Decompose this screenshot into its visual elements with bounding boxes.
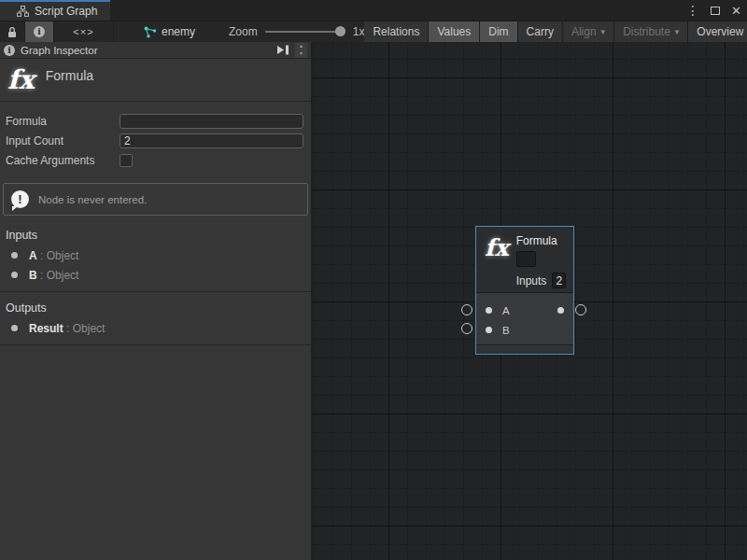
- unit-title: Formula: [46, 68, 93, 83]
- input-count-label: Input Count: [6, 134, 120, 147]
- port-name: A: [29, 249, 37, 262]
- zoom-slider-handle[interactable]: [335, 26, 345, 36]
- port-sep: :: [40, 269, 43, 282]
- info-icon: i: [34, 26, 45, 37]
- toolbar-button-values[interactable]: Values: [429, 21, 480, 42]
- external-port-b-socket[interactable]: [461, 323, 472, 334]
- warning-box: ! Node is never entered.: [3, 183, 308, 216]
- zoom-label: Zoom: [229, 25, 258, 38]
- zoom-value: 1x: [353, 25, 365, 38]
- maximize-icon[interactable]: [711, 7, 720, 15]
- toolbar-left-group: i <×>: [0, 21, 114, 42]
- unit-header: fx Formula: [0, 59, 311, 102]
- input-count-input[interactable]: [120, 133, 303, 148]
- warning-icon: !: [11, 190, 29, 208]
- graph-canvas[interactable]: fx Formula Inputs 2 A: [313, 42, 747, 560]
- port-name: B: [29, 269, 37, 282]
- formula-fx-icon: fx: [7, 64, 35, 96]
- zoom-slider-track: [265, 31, 345, 33]
- panel-spinner[interactable]: ▲ ▼: [295, 43, 307, 58]
- window-controls: ⋮ ✕: [686, 0, 741, 21]
- spin-up-icon[interactable]: ▲: [295, 43, 307, 50]
- cache-arguments-label: Cache Arguments: [6, 154, 120, 167]
- input-port-b-label: B: [502, 325, 510, 336]
- node-formula-input[interactable]: [516, 251, 536, 267]
- toolbar-button-carry[interactable]: Carry: [518, 21, 563, 42]
- lock-button[interactable]: [0, 21, 25, 42]
- chevron-down-icon: ▾: [601, 27, 606, 36]
- input-port-a-label: A: [502, 305, 510, 316]
- cache-arguments-row: Cache Arguments: [6, 150, 303, 170]
- node-footer: [476, 344, 573, 353]
- input-port-b-dot[interactable]: [486, 327, 492, 333]
- align-label: Align: [571, 25, 597, 38]
- toolbar-button-overview[interactable]: Overview: [688, 21, 747, 42]
- port-type: Object: [47, 269, 79, 282]
- toolbar-button-distribute[interactable]: Distribute ▾: [614, 21, 688, 42]
- port-bullet-icon: [11, 252, 18, 259]
- graph-asset-icon: [144, 26, 157, 38]
- warning-icon-tail: [12, 206, 18, 211]
- node-port-row-a: A: [476, 301, 573, 320]
- port-type: Object: [47, 249, 79, 262]
- section-divider: [0, 344, 311, 345]
- dock-panel-icon[interactable]: [276, 45, 289, 55]
- inspector-header: i Graph Inspector ▲ ▼: [0, 42, 311, 59]
- graph-hierarchy-icon: [17, 6, 29, 17]
- node-ports-section: A B: [476, 292, 573, 344]
- tab-script-graph[interactable]: Script Graph: [0, 0, 110, 21]
- graph-toolbar: i <×> enemy Zoom 1x Relations: [0, 21, 747, 42]
- tab-label: Script Graph: [35, 5, 97, 18]
- formula-node-header: fx Formula Inputs 2: [476, 227, 573, 292]
- graph-breadcrumb[interactable]: enemy: [136, 21, 203, 42]
- cache-arguments-checkbox[interactable]: [120, 154, 133, 167]
- toolbar-button-relations[interactable]: Relations: [364, 21, 429, 42]
- close-icon[interactable]: ✕: [731, 4, 741, 18]
- main-area: i Graph Inspector ▲ ▼ fx Formula: [0, 42, 747, 560]
- info-icon: i: [4, 45, 15, 56]
- port-bullet-icon: [11, 325, 18, 331]
- script-graph-window: Script Graph ⋮ ✕ i <×>: [0, 0, 747, 560]
- toolbar-button-align[interactable]: Align ▾: [563, 21, 614, 42]
- window-menu-icon[interactable]: ⋮: [686, 3, 699, 18]
- inputs-section-title: Inputs: [0, 219, 311, 245]
- external-port-result-socket[interactable]: [575, 304, 586, 315]
- port-text: A : Object: [29, 249, 78, 262]
- distribute-label: Distribute: [623, 25, 670, 38]
- graph-name-label: enemy: [162, 25, 195, 38]
- port-name: Result: [29, 322, 63, 335]
- toolbar-button-dim[interactable]: Dim: [480, 21, 517, 42]
- code-view-button[interactable]: <×>: [54, 21, 114, 42]
- zoom-slider[interactable]: [265, 25, 345, 38]
- chevron-down-icon: ▾: [675, 27, 680, 36]
- port-sep: :: [66, 322, 69, 335]
- input-port-b-row: B : Object: [0, 265, 311, 285]
- port-bullet-icon: [11, 272, 18, 278]
- formula-input[interactable]: [120, 114, 303, 129]
- formula-node[interactable]: fx Formula Inputs 2 A: [475, 226, 574, 355]
- output-port-result-row: Result : Object: [0, 318, 311, 338]
- node-input-count-field[interactable]: 2: [552, 273, 566, 288]
- graph-inspector-panel: i Graph Inspector ▲ ▼ fx Formula: [0, 42, 313, 560]
- warning-text: Node is never entered.: [38, 194, 147, 205]
- info-toggle-button[interactable]: i: [25, 21, 54, 42]
- formula-field-label: Formula: [6, 115, 120, 128]
- node-port-row-b: B: [476, 320, 573, 340]
- node-title: Formula: [516, 234, 567, 247]
- external-port-a-socket[interactable]: [461, 304, 472, 315]
- port-type: Object: [73, 322, 106, 335]
- inspector-title: Graph Inspector: [21, 45, 271, 56]
- node-inputs-label: Inputs: [516, 274, 547, 287]
- inspector-fields: Formula Input Count Cache Arguments: [0, 102, 311, 175]
- spin-down-icon[interactable]: ▼: [295, 50, 307, 58]
- input-count-row: Input Count: [6, 131, 303, 150]
- outputs-section-title: Outputs: [0, 292, 311, 318]
- port-text: Result : Object: [29, 322, 105, 335]
- zoom-control: Zoom 1x: [229, 21, 364, 42]
- code-icon: <×>: [73, 26, 93, 37]
- input-port-a-dot[interactable]: [486, 307, 492, 314]
- lock-icon: [7, 26, 18, 38]
- formula-field-row: Formula: [6, 111, 303, 131]
- output-port-result-dot[interactable]: [557, 307, 564, 314]
- port-sep: :: [40, 249, 43, 262]
